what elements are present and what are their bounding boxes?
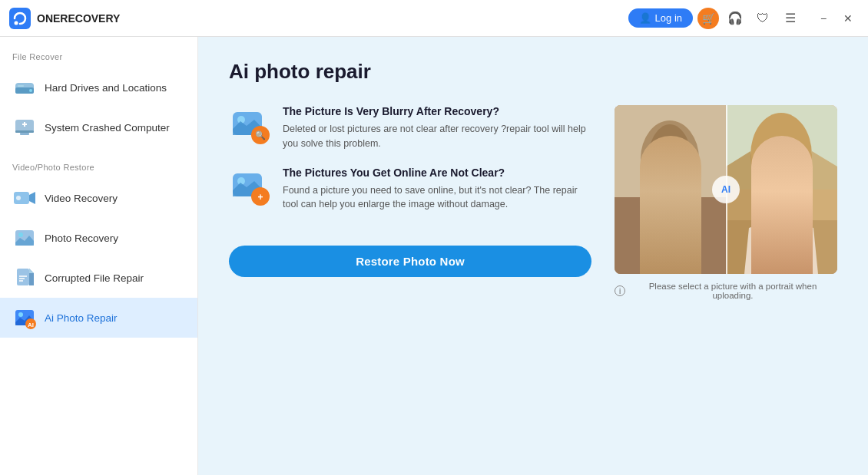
page-title: Ai photo repair bbox=[229, 60, 837, 84]
svg-point-15 bbox=[18, 233, 23, 237]
main-layout: File Recover Hard Drives and Locations bbox=[0, 37, 868, 475]
title-bar-right: 👤 Log in 🛒 🎧 🛡 ☰ − ✕ bbox=[628, 7, 859, 30]
cart-button[interactable]: 🛒 bbox=[697, 8, 719, 29]
before-image-side bbox=[615, 105, 726, 274]
feature-online-icon: + bbox=[229, 167, 272, 209]
video-recovery-icon bbox=[12, 186, 37, 210]
section-video-photo-label: Video/Photo Restore bbox=[0, 160, 197, 178]
features-area: 🔍 The Picture Is Very Blurry After Recov… bbox=[229, 105, 837, 300]
feature-blurry-icon: 🔍 bbox=[229, 105, 272, 148]
svg-rect-38 bbox=[615, 105, 726, 274]
login-user-icon: 👤 bbox=[639, 12, 651, 24]
sidebar-item-corrupted-file-label: Corrupted File Repair bbox=[45, 272, 144, 284]
svg-point-43 bbox=[763, 141, 800, 184]
sidebar: File Recover Hard Drives and Locations bbox=[0, 37, 198, 475]
sidebar-item-hard-drives[interactable]: Hard Drives and Locations bbox=[0, 68, 197, 107]
corrupted-file-icon bbox=[12, 266, 37, 290]
svg-text:AI: AI bbox=[28, 322, 34, 328]
hard-drives-icon bbox=[12, 75, 37, 100]
ai-badge: AI bbox=[712, 176, 740, 203]
ai-photo-repair-icon: AI bbox=[12, 305, 37, 330]
sidebar-item-video-recovery-label: Video Recovery bbox=[45, 193, 118, 204]
feature-online-description: Found a picture you need to save online,… bbox=[283, 183, 591, 213]
close-button[interactable]: ✕ bbox=[837, 8, 859, 29]
feature-card-blurry: 🔍 The Picture Is Very Blurry After Recov… bbox=[229, 105, 591, 151]
app-name-label: ONERECOVERY bbox=[37, 12, 120, 25]
system-crashed-icon bbox=[12, 115, 37, 140]
features-list: 🔍 The Picture Is Very Blurry After Recov… bbox=[229, 105, 591, 277]
feature-online-heading: The Pictures You Get Online Are Not Clea… bbox=[283, 167, 591, 179]
sidebar-item-ai-photo-repair[interactable]: AI Ai Photo Repair bbox=[0, 298, 197, 338]
sidebar-item-ai-photo-repair-label: Ai Photo Repair bbox=[45, 312, 118, 324]
shield-icon-btn[interactable]: 🛡 bbox=[751, 7, 774, 30]
svg-rect-8 bbox=[20, 133, 29, 135]
svg-rect-16 bbox=[17, 269, 29, 285]
svg-point-21 bbox=[18, 312, 23, 317]
svg-point-44 bbox=[770, 157, 777, 161]
svg-point-4 bbox=[29, 89, 32, 92]
feature-blurry-text: The Picture Is Very Blurry After Recover… bbox=[283, 105, 591, 151]
svg-point-1 bbox=[15, 21, 18, 25]
svg-point-42 bbox=[750, 113, 812, 197]
content-area: Ai photo repair 🔍 bbox=[198, 37, 868, 475]
before-after-preview: AI bbox=[615, 105, 837, 274]
restore-photo-button[interactable]: Restore Photo Now bbox=[229, 246, 591, 277]
svg-rect-7 bbox=[15, 130, 34, 133]
login-button[interactable]: 👤 Log in bbox=[628, 8, 693, 28]
svg-point-45 bbox=[786, 157, 792, 161]
headset-icon-btn[interactable]: 🎧 bbox=[724, 7, 747, 30]
section-file-recover-label: File Recover bbox=[0, 49, 197, 68]
svg-text:+: + bbox=[257, 192, 263, 203]
feature-blurry-heading: The Picture Is Very Blurry After Recover… bbox=[283, 105, 591, 117]
feature-card-online: + The Pictures You Get Online Are Not Cl… bbox=[229, 167, 591, 213]
title-bar-left: ONERECOVERY bbox=[9, 8, 120, 29]
photo-recovery-icon bbox=[12, 226, 37, 250]
window-controls: − ✕ bbox=[813, 8, 859, 29]
svg-point-37 bbox=[653, 143, 687, 183]
svg-text:🔍: 🔍 bbox=[255, 130, 266, 140]
feature-blurry-description: Deleted or lost pictures are not clear a… bbox=[283, 122, 591, 151]
svg-rect-0 bbox=[9, 8, 31, 29]
svg-marker-12 bbox=[29, 192, 35, 204]
sidebar-item-video-recovery[interactable]: Video Recovery bbox=[0, 178, 197, 218]
sidebar-item-corrupted-file[interactable]: Corrupted File Repair bbox=[0, 258, 197, 298]
title-bar: ONERECOVERY 👤 Log in 🛒 🎧 🛡 ☰ − ✕ bbox=[0, 0, 868, 37]
svg-rect-5 bbox=[18, 85, 24, 87]
sidebar-item-system-crashed[interactable]: System Crashed Computer bbox=[0, 107, 197, 147]
sidebar-item-system-crashed-label: System Crashed Computer bbox=[45, 122, 170, 134]
sidebar-item-hard-drives-label: Hard Drives and Locations bbox=[45, 82, 167, 94]
svg-point-13 bbox=[16, 196, 21, 200]
app-logo-icon bbox=[9, 8, 31, 29]
after-image-side bbox=[726, 105, 837, 274]
info-icon: i bbox=[615, 285, 625, 296]
menu-icon-btn[interactable]: ☰ bbox=[779, 7, 802, 30]
image-preview: AI bbox=[615, 105, 837, 300]
feature-online-text: The Pictures You Get Online Are Not Clea… bbox=[283, 167, 591, 213]
preview-hint: i Please select a picture with a portrai… bbox=[615, 282, 837, 300]
minimize-button[interactable]: − bbox=[813, 8, 834, 29]
sidebar-item-photo-recovery[interactable]: Photo Recovery bbox=[0, 218, 197, 258]
sidebar-item-photo-recovery-label: Photo Recovery bbox=[45, 233, 118, 244]
